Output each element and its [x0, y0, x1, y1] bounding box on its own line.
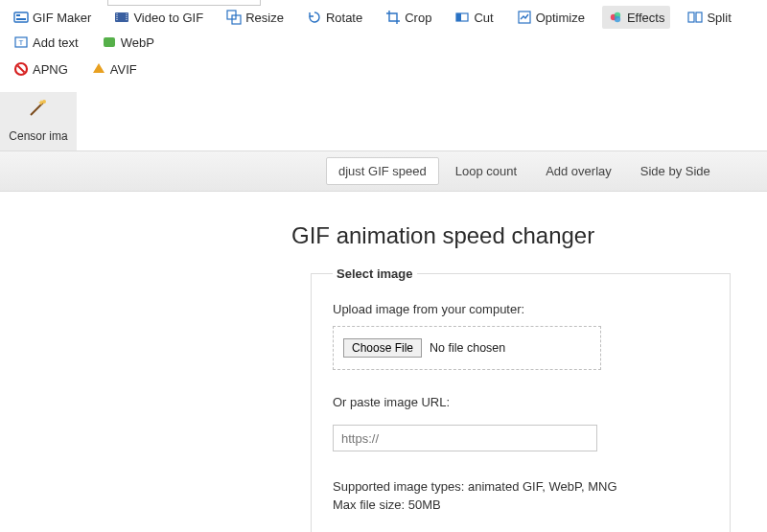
tool-cut[interactable]: Cut	[449, 6, 499, 29]
tab-add-overlay[interactable]: Add overlay	[533, 157, 624, 185]
tool-label: Rotate	[326, 11, 362, 25]
svg-rect-2	[16, 18, 26, 20]
tool-label: Resize	[245, 11, 284, 25]
main-toolbar: GIF Maker Video to GIF Resize Rotate Cro…	[0, 0, 767, 84]
supported-types-hint: Supported image types: animated GIF, Web…	[333, 478, 709, 515]
tool-rotate[interactable]: Rotate	[301, 6, 368, 29]
rotate-icon	[307, 10, 322, 25]
tool-label: Effects	[627, 11, 665, 25]
select-image-legend: Select image	[333, 266, 417, 281]
svg-point-11	[615, 16, 620, 22]
effects-icon	[608, 10, 623, 25]
tool-optimize[interactable]: Optimize	[511, 6, 591, 29]
tool-label: Add text	[33, 35, 79, 50]
or-paste-url-label: Or paste image URL:	[333, 395, 709, 409]
tool-video-to-gif[interactable]: Video to GIF	[108, 6, 209, 29]
tool-label: APNG	[33, 62, 68, 77]
tool-webp[interactable]: WebP	[96, 31, 160, 54]
svg-rect-0	[14, 12, 28, 22]
optimize-icon	[517, 10, 532, 25]
tool-crop[interactable]: Crop	[380, 6, 437, 29]
crop-icon	[385, 10, 401, 25]
main-content: GIF animation speed changer Select image…	[0, 192, 767, 532]
censor-label: Censor ima	[9, 129, 67, 143]
tool-split[interactable]: Split	[682, 6, 736, 29]
no-file-chosen-text: No file chosen	[430, 341, 505, 355]
tool-apng[interactable]: APNG	[8, 58, 74, 81]
effects-tabstrip: djust GIF speed Loop count Add overlay S…	[0, 150, 767, 192]
webp-icon	[102, 35, 117, 50]
file-dropzone[interactable]: Choose File No file chosen	[333, 326, 601, 370]
tool-label: Video to GIF	[133, 11, 203, 25]
upload-label: Upload image from your computer:	[333, 302, 709, 316]
tool-label: GIF Maker	[33, 11, 91, 25]
tool-effects[interactable]: Effects	[602, 6, 671, 29]
hint-line-2: Max file size: 50MB	[333, 497, 709, 515]
hint-line-1: Supported image types: animated GIF, Web…	[333, 478, 709, 497]
censor-image-tile[interactable]: Censor ima	[0, 92, 77, 150]
tool-label: Optimize	[536, 11, 585, 25]
tool-label: Split	[707, 11, 731, 25]
svg-rect-7	[456, 13, 461, 21]
tab-adjust-gif-speed[interactable]: djust GIF speed	[326, 157, 439, 185]
tool-label: Cut	[474, 11, 493, 25]
svg-rect-16	[104, 37, 115, 47]
svg-rect-13	[696, 12, 702, 22]
resize-icon	[226, 10, 242, 25]
apng-icon	[13, 61, 29, 77]
tool-avif[interactable]: AVIF	[85, 58, 143, 81]
tool-label: AVIF	[110, 62, 137, 77]
tab-side-by-side[interactable]: Side by Side	[628, 157, 723, 185]
gif-maker-icon	[13, 10, 29, 25]
add-text-icon: T	[13, 35, 29, 50]
select-image-panel: Select image Upload image from your comp…	[311, 266, 731, 532]
tool-add-text[interactable]: T Add text	[8, 31, 84, 54]
wand-icon	[25, 98, 52, 124]
dropdown-artifact	[107, 0, 261, 6]
tool-resize[interactable]: Resize	[221, 6, 290, 29]
tool-label: Crop	[405, 11, 431, 25]
page-title: GIF animation speed changer	[291, 222, 767, 249]
svg-rect-1	[16, 14, 20, 16]
svg-text:T: T	[19, 38, 24, 47]
svg-rect-12	[688, 12, 694, 22]
avif-icon	[91, 61, 106, 77]
image-url-input[interactable]	[333, 425, 597, 451]
choose-file-button[interactable]: Choose File	[343, 338, 422, 358]
tool-label: WebP	[121, 35, 154, 50]
video-icon	[114, 10, 129, 25]
tab-loop-count[interactable]: Loop count	[443, 157, 529, 185]
cut-icon	[454, 10, 470, 25]
tool-gif-maker[interactable]: GIF Maker	[8, 6, 97, 29]
split-icon	[687, 10, 703, 25]
